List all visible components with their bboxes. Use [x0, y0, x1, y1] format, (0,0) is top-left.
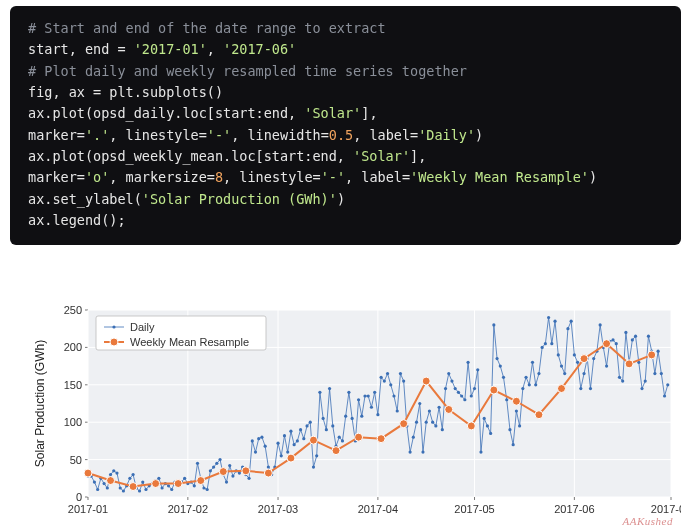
svg-point-244: [603, 340, 611, 348]
svg-point-212: [640, 387, 643, 390]
svg-point-224: [152, 480, 160, 488]
svg-point-152: [447, 372, 450, 375]
svg-point-209: [631, 338, 634, 341]
svg-point-220: [666, 383, 669, 386]
code-string: 'Weekly Mean Resample': [410, 169, 589, 185]
svg-point-191: [573, 353, 576, 356]
svg-point-253: [110, 338, 118, 346]
svg-point-138: [402, 379, 405, 382]
svg-point-112: [318, 391, 321, 394]
svg-point-150: [441, 428, 444, 431]
svg-point-161: [476, 368, 479, 371]
svg-point-238: [467, 422, 475, 430]
svg-point-240: [512, 397, 520, 405]
svg-point-110: [312, 465, 315, 468]
svg-point-164: [486, 424, 489, 427]
svg-point-63: [160, 486, 163, 489]
code-token: , linestyle=: [109, 127, 207, 143]
svg-point-83: [225, 480, 228, 483]
code-string: '2017-01': [134, 41, 207, 57]
code-token: marker=: [28, 127, 85, 143]
svg-point-143: [418, 402, 421, 405]
svg-point-126: [363, 394, 366, 397]
svg-point-127: [367, 394, 370, 397]
svg-point-129: [373, 391, 376, 394]
svg-point-178: [531, 361, 534, 364]
svg-point-128: [370, 406, 373, 409]
svg-point-181: [541, 346, 544, 349]
svg-point-213: [644, 379, 647, 382]
svg-point-94: [260, 436, 263, 439]
svg-point-109: [309, 421, 312, 424]
svg-point-115: [328, 387, 331, 390]
svg-text:100: 100: [64, 416, 82, 428]
svg-point-201: [605, 365, 608, 368]
code-token: fig, ax = plt.subplots(): [28, 84, 223, 100]
svg-point-116: [331, 424, 334, 427]
svg-point-142: [415, 421, 418, 424]
svg-point-246: [648, 351, 656, 359]
svg-point-175: [521, 387, 524, 390]
svg-point-158: [466, 361, 469, 364]
svg-point-233: [355, 433, 363, 441]
svg-point-93: [257, 437, 260, 440]
svg-point-91: [251, 439, 254, 442]
svg-point-56: [138, 489, 141, 492]
svg-point-118: [338, 436, 341, 439]
svg-point-101: [283, 434, 286, 437]
svg-point-49: [115, 471, 118, 474]
svg-point-131: [380, 376, 383, 379]
svg-point-140: [408, 451, 411, 454]
svg-point-194: [582, 372, 585, 375]
svg-point-53: [128, 477, 131, 480]
svg-point-236: [422, 377, 430, 385]
svg-point-184: [550, 342, 553, 345]
svg-point-163: [483, 417, 486, 420]
svg-point-193: [579, 387, 582, 390]
svg-point-169: [502, 376, 505, 379]
svg-point-66: [170, 488, 173, 491]
svg-point-222: [107, 477, 115, 485]
code-token: marker=: [28, 169, 85, 185]
svg-point-99: [276, 442, 279, 445]
svg-point-185: [553, 320, 556, 323]
svg-point-73: [193, 484, 196, 487]
svg-point-58: [144, 488, 147, 491]
code-token: , markersize=: [109, 169, 215, 185]
chart: 0501001502002502017-012017-022017-032017…: [30, 302, 681, 525]
svg-point-107: [302, 437, 305, 440]
svg-point-177: [528, 383, 531, 386]
svg-point-196: [589, 387, 592, 390]
chart-svg: 0501001502002502017-012017-022017-032017…: [30, 302, 681, 525]
svg-point-216: [653, 372, 656, 375]
svg-point-228: [242, 467, 250, 475]
svg-point-42: [93, 480, 96, 483]
code-token: ,: [207, 41, 223, 57]
svg-text:2017-07: 2017-07: [651, 503, 681, 515]
svg-point-62: [157, 477, 160, 480]
svg-point-54: [131, 473, 134, 476]
code-token: , label=: [353, 127, 418, 143]
svg-point-102: [286, 451, 289, 454]
code-token: ],: [361, 105, 377, 121]
svg-point-79: [212, 465, 215, 468]
code-string: '-': [207, 127, 231, 143]
svg-point-134: [389, 383, 392, 386]
code-number: 8: [215, 169, 223, 185]
svg-point-137: [399, 372, 402, 375]
svg-point-51: [122, 489, 125, 492]
svg-point-120: [344, 415, 347, 418]
svg-point-114: [325, 428, 328, 431]
svg-text:250: 250: [64, 304, 82, 316]
svg-point-136: [396, 409, 399, 412]
svg-point-149: [437, 406, 440, 409]
svg-point-239: [490, 386, 498, 394]
svg-point-227: [219, 468, 227, 476]
code-string: 'Solar Production (GWh)': [142, 191, 337, 207]
svg-point-179: [534, 383, 537, 386]
svg-point-119: [341, 439, 344, 442]
svg-point-245: [625, 360, 633, 368]
svg-point-168: [499, 365, 502, 368]
svg-point-46: [106, 486, 109, 489]
svg-point-172: [512, 443, 515, 446]
